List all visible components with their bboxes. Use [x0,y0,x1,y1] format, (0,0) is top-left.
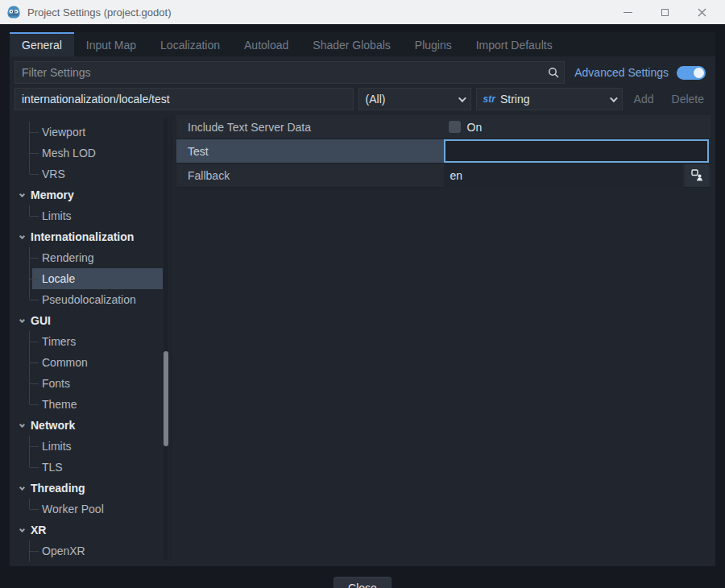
empty-settings-area [176,188,710,561]
include-text-server-data-checkbox[interactable] [449,121,461,133]
string-type-icon: str [483,93,495,105]
setting-row-fallback: Fallback en [176,164,710,188]
checkbox-on-label: On [467,121,483,134]
setting-value-cell: en [444,164,711,187]
tab-import-defaults[interactable]: Import Defaults [464,32,565,56]
chevron-down-icon [19,527,25,532]
tree-item-common[interactable]: Common [16,352,163,373]
tree-item-worker-pool[interactable]: Worker Pool [16,499,163,520]
setting-label: Test [176,139,444,163]
godot-logo-icon [6,5,21,19]
tab-label: Shader Globals [313,39,391,52]
feature-filter-dropdown[interactable]: (All) [358,88,471,110]
setting-row-test: Test [176,139,710,164]
general-settings-panel: Advanced Settings (All) str String Add [10,56,715,566]
tab-localization[interactable]: Localization [148,32,232,56]
advanced-settings-toggle[interactable] [677,66,706,80]
type-value: String [500,93,605,106]
settings-tree: Viewport Mesh LOD VRS Memory Limits Inte… [14,115,171,561]
sidebar-scrollbar-thumb[interactable] [164,351,168,446]
close-icon [698,8,706,17]
tab-autoload[interactable]: Autoload [232,32,300,56]
tree-section-label: Memory [31,188,74,201]
tab-label: General [22,39,62,52]
test-value-field [444,139,710,163]
tree-section-label: Threading [31,482,85,495]
tree-item-memory-limits[interactable]: Limits [16,205,163,226]
tab-label: Input Map [86,39,136,52]
close-button[interactable]: Close [334,577,392,588]
tree-item-openxr[interactable]: OpenXR [16,540,163,561]
tree-item-timers[interactable]: Timers [16,331,163,352]
locale-settings-panel: Include Text Server Data On Test [176,115,710,561]
select-locale-button[interactable] [685,164,709,187]
fallback-value-field[interactable]: en [444,164,684,188]
tree-item-network-limits[interactable]: Limits [16,436,163,457]
setting-value-cell: On [444,115,711,139]
chevron-down-icon [458,94,466,102]
tree-section-threading[interactable]: Threading [16,478,163,499]
filter-settings-input[interactable] [22,66,548,79]
tab-bar: General Input Map Localization Autoload … [10,32,715,56]
minimize-button[interactable] [609,0,646,24]
tree-section-xr[interactable]: XR [16,520,163,540]
tree-section-gui[interactable]: GUI [16,310,163,331]
chevron-down-icon [19,485,25,491]
search-icon [548,67,559,78]
tab-plugins[interactable]: Plugins [403,32,464,56]
settings-tree-sidebar: Viewport Mesh LOD VRS Memory Limits Inte… [14,115,172,561]
sidebar-scrollbar-track[interactable] [164,117,168,560]
tree-section-network[interactable]: Network [16,415,163,436]
project-settings-window: Project Settings (project.godot) General… [0,0,725,588]
tree-section-label: XR [31,524,46,536]
setting-label: Include Text Server Data [176,115,444,139]
tab-shader-globals[interactable]: Shader Globals [300,32,403,56]
dialog-footer: Close [10,566,715,588]
tree-item-locale[interactable]: Locale [16,268,163,289]
tab-general[interactable]: General [10,32,74,56]
tree-item-tls[interactable]: TLS [16,457,163,478]
tree-item-clipped [16,115,163,122]
tree-item-viewport[interactable]: Viewport [16,122,163,143]
setting-value-cell [444,139,711,163]
tree-item-fonts[interactable]: Fonts [16,373,163,394]
close-window-button[interactable] [683,0,720,24]
translation-locale-icon [691,169,703,181]
tree-item-theme[interactable]: Theme [16,394,163,415]
tree-section-label: Internationalization [31,230,134,243]
property-name-input[interactable] [14,88,354,110]
tree-section-memory[interactable]: Memory [16,184,163,205]
toggle-knob [694,68,704,78]
minimize-icon [624,12,632,13]
tab-label: Localization [160,39,220,52]
add-button[interactable]: Add [628,93,661,106]
tree-item-pseudolocalization[interactable]: Pseudolocalization [16,289,163,310]
tree-section-internationalization[interactable]: Internationalization [16,226,163,247]
tree-item-vrs[interactable]: VRS [16,164,163,184]
chevron-down-icon [19,317,25,323]
tab-label: Autoload [244,39,288,52]
delete-button[interactable]: Delete [665,93,710,106]
chevron-down-icon [610,94,618,102]
tab-input-map[interactable]: Input Map [74,32,148,56]
maximize-button[interactable] [646,0,683,24]
settings-body: Viewport Mesh LOD VRS Memory Limits Inte… [14,115,710,561]
test-value-input[interactable] [445,141,708,161]
tab-label: Import Defaults [476,39,553,52]
maximize-icon [661,9,669,16]
chevron-down-icon [19,234,25,239]
chevron-down-icon [19,192,25,197]
setting-row-include-text-server-data: Include Text Server Data On [176,115,710,139]
tree-item-mesh-lod[interactable]: Mesh LOD [16,143,163,164]
type-dropdown[interactable]: str String [476,88,623,110]
dialog-content: General Input Map Localization Autoload … [0,24,725,588]
tree-item-rendering[interactable]: Rendering [16,247,163,268]
tab-label: Plugins [415,39,452,52]
tree-section-label: Network [31,419,75,432]
chevron-down-icon [19,422,25,428]
feature-filter-value: (All) [366,93,454,106]
filter-row: Advanced Settings [14,61,710,84]
property-bar: (All) str String Add Delete [14,88,710,110]
filter-settings-field [14,61,565,84]
advanced-settings-label: Advanced Settings [574,66,669,79]
